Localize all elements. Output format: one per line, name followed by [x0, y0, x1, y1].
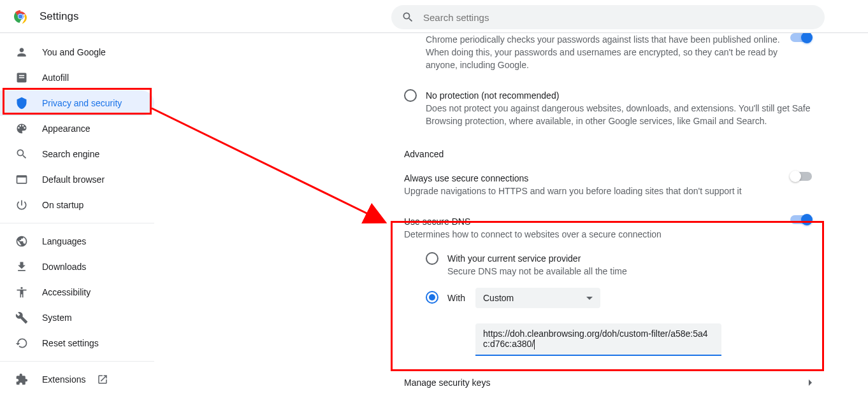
dns-custom-input-row: https://doh.cleanbrowsing.org/doh/custom…: [391, 323, 825, 365]
sidebar-item-autofill[interactable]: Autofill: [0, 65, 154, 90]
sidebar-item-search-engine[interactable]: Search engine: [0, 141, 154, 167]
person-icon: [15, 46, 28, 59]
sidebar-item-label: Languages: [42, 236, 86, 246]
main-content: Chrome periodically checks your password…: [391, 33, 825, 396]
sidebar-item-accessibility[interactable]: Accessibility: [0, 279, 154, 305]
no-protection-row[interactable]: No protection (not recommended) Does not…: [391, 80, 825, 136]
accessibility-icon: [15, 286, 28, 299]
svg-point-2: [18, 14, 23, 18]
autofill-icon: [15, 71, 28, 84]
shield-icon: [15, 97, 28, 110]
chevron-down-icon: [586, 297, 593, 300]
sidebar-item-label: Downloads: [42, 262, 86, 272]
sidebar-item-on-startup[interactable]: On startup: [0, 192, 154, 218]
dns-current-description: Secure DNS may not be available all the …: [447, 265, 812, 278]
sidebar-item-label: Accessibility: [42, 287, 90, 297]
sidebar-item-label: Extensions: [42, 374, 85, 385]
chevron-right-icon: [809, 379, 812, 386]
sidebar-divider: [0, 361, 154, 362]
secure-conn-title: Always use secure connections: [404, 172, 786, 185]
chrome-logo-icon: [13, 9, 28, 24]
sidebar-divider: [0, 223, 154, 223]
sidebar-item-downloads[interactable]: Downloads: [0, 254, 154, 279]
browser-icon: [15, 173, 28, 186]
password-check-toggle[interactable]: [790, 33, 812, 42]
secure-dns-title: Use secure DNS: [404, 215, 786, 228]
sidebar-item-label: Privacy and security: [42, 98, 122, 108]
dns-current-radio[interactable]: [426, 252, 438, 265]
sidebar-item-label: On startup: [42, 200, 83, 210]
extension-icon: [15, 373, 28, 386]
secure-dns-toggle[interactable]: [790, 215, 812, 224]
svg-line-3: [152, 108, 384, 222]
open-external-icon: [97, 374, 108, 385]
sidebar-item-label: Appearance: [42, 124, 90, 134]
always-secure-row: Always use secure connections Upgrade na…: [391, 163, 825, 206]
sidebar-item-label: You and Google: [42, 47, 106, 57]
dns-provider-select[interactable]: Custom: [475, 288, 600, 308]
search-settings-box[interactable]: [391, 5, 825, 29]
dns-with-row[interactable]: With Custom: [391, 283, 825, 317]
sidebar-item-languages[interactable]: Languages: [0, 229, 154, 254]
no-protection-description: Does not protect you against dangerous w…: [426, 102, 812, 127]
restore-icon: [15, 337, 28, 350]
dns-with-radio[interactable]: [426, 291, 438, 304]
power-icon: [15, 199, 28, 211]
header-bar: Settings: [0, 0, 868, 33]
wrench-icon: [15, 311, 28, 324]
secure-conn-description: Upgrade navigations to HTTPS and warn yo…: [404, 185, 786, 197]
dns-current-title: With your current service provider: [447, 252, 812, 265]
manage-keys-label: Manage security keys: [404, 376, 490, 389]
sidebar-item-label: Reset settings: [42, 338, 99, 348]
sidebar: You and Google Autofill Privacy and secu…: [0, 33, 154, 392]
dns-current-provider-row[interactable]: With your current service provider Secur…: [391, 250, 825, 283]
sidebar-item-extensions[interactable]: Extensions: [0, 367, 154, 392]
manage-security-keys-row[interactable]: Manage security keys: [391, 365, 825, 393]
sidebar-item-privacy-security[interactable]: Privacy and security: [0, 90, 154, 116]
secure-dns-row: Use secure DNS Determines how to connect…: [391, 206, 825, 250]
sidebar-item-label: Default browser: [42, 174, 105, 185]
secure-conn-toggle[interactable]: [790, 172, 812, 181]
sidebar-item-label: System: [42, 313, 72, 323]
page-title: Settings: [40, 10, 78, 23]
sidebar-item-label: Search engine: [42, 149, 99, 159]
dns-select-value: Custom: [483, 293, 514, 303]
password-check-row: Chrome periodically checks your password…: [391, 33, 825, 80]
sidebar-item-appearance[interactable]: Appearance: [0, 116, 154, 141]
dns-custom-url-input[interactable]: https://doh.cleanbrowsing.org/doh/custom…: [475, 323, 721, 356]
search-icon: [401, 11, 414, 24]
search-input[interactable]: [423, 12, 814, 23]
sidebar-item-reset-settings[interactable]: Reset settings: [0, 330, 154, 356]
sidebar-item-label: Autofill: [42, 73, 69, 83]
palette-icon: [15, 122, 28, 135]
dns-with-label: With: [447, 292, 475, 304]
download-icon: [15, 260, 28, 273]
no-protection-radio[interactable]: [404, 89, 417, 102]
sidebar-item-system[interactable]: System: [0, 305, 154, 330]
globe-icon: [15, 235, 28, 248]
sidebar-item-default-browser[interactable]: Default browser: [0, 167, 154, 192]
advanced-heading: Advanced: [391, 136, 825, 163]
no-protection-title: No protection (not recommended): [426, 89, 812, 102]
search-icon: [15, 148, 28, 160]
sidebar-item-you-and-google[interactable]: You and Google: [0, 39, 154, 65]
password-check-description: Chrome periodically checks your password…: [426, 33, 786, 71]
secure-dns-description: Determines how to connect to websites ov…: [404, 228, 786, 241]
